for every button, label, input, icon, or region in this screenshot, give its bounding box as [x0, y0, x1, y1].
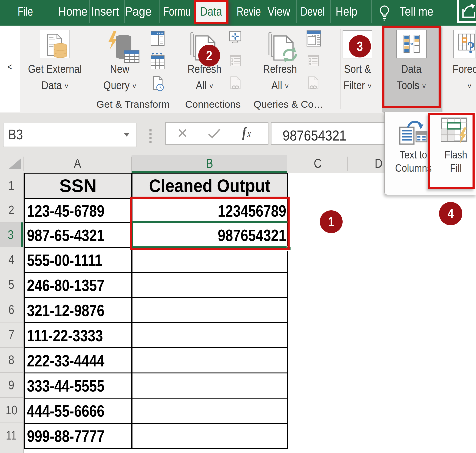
svg-text:?: ? — [467, 39, 475, 55]
